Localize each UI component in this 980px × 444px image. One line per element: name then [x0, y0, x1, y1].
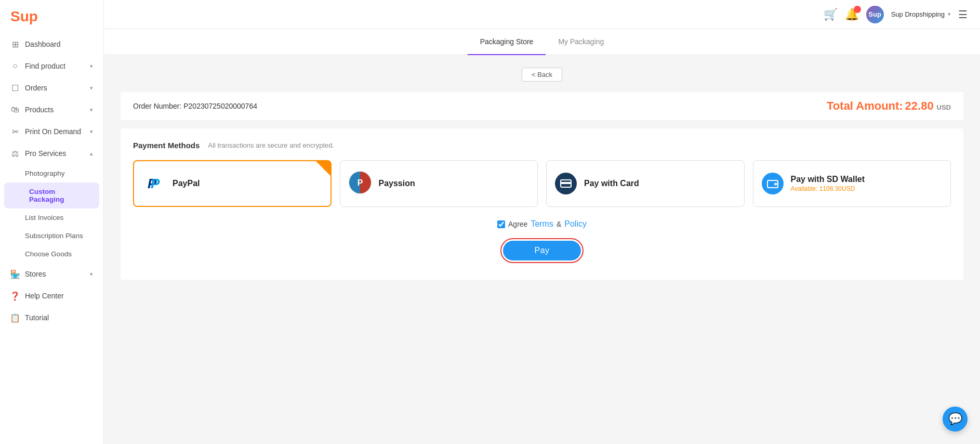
card-logo [555, 173, 577, 194]
payment-option-info-payssion: Payssion [379, 179, 415, 188]
chat-bubble[interactable]: 💬 [943, 407, 968, 432]
total-amount: Total Amount: 22.80 USD [827, 99, 951, 113]
products-icon: 🛍 [10, 105, 20, 114]
agree-text: Agree [508, 220, 527, 228]
sidebar-label-help-center: Help Center [25, 292, 64, 300]
sidebar-label-products: Products [25, 106, 54, 114]
payment-secure-text: All transactions are secure and encrypte… [208, 141, 334, 149]
chevron-down-icon: ▾ [90, 85, 93, 92]
order-info-bar: Order Number: P20230725020000764 Total A… [121, 92, 963, 120]
sidebar-label-dashboard: Dashboard [25, 40, 61, 48]
back-button-wrap: < Back [121, 68, 963, 82]
svg-text:P: P [357, 178, 363, 187]
payment-option-payssion[interactable]: P Payssion [340, 160, 538, 207]
sidebar-item-products[interactable]: 🛍 Products ▾ [0, 99, 103, 121]
sidebar-label-orders: Orders [25, 84, 47, 92]
back-button[interactable]: < Back [522, 68, 562, 82]
sidebar-item-orders[interactable]: ☐ Orders ▾ [0, 77, 103, 99]
svg-rect-8 [774, 182, 778, 186]
order-number: Order Number: P20230725020000764 [133, 102, 257, 110]
notification-button[interactable]: 🔔 [845, 8, 859, 21]
and-text: & [557, 220, 561, 228]
sidebar-nav: ⊞ Dashboard ○ Find product ▾ ☐ Orders ▾ … [0, 33, 103, 444]
help-icon: ❓ [10, 291, 20, 301]
sidebar-item-pro-services[interactable]: ⚖ Pro Services ▴ [0, 142, 103, 164]
sidebar-item-choose-goods[interactable]: Choose Goods [0, 245, 103, 263]
agree-row: Agree Terms & Policy [133, 219, 951, 229]
orders-icon: ☐ [10, 83, 20, 93]
custom-packaging-label: Custom Packaging [29, 188, 64, 203]
pro-services-icon: ⚖ [10, 149, 20, 158]
selected-corner-icon [316, 161, 330, 176]
chevron-down-icon: ▾ [90, 107, 93, 113]
card-name: Pay with Card [584, 179, 639, 188]
policy-link[interactable]: Policy [564, 219, 587, 229]
payment-option-info-wallet: Pay with SD Wallet Available: 1108.30USD [791, 175, 865, 192]
payssion-logo: P [349, 171, 372, 196]
chat-icon: 💬 [948, 412, 962, 426]
header: 🛒 🔔 Sup Sup Dropshipping ▾ ☰ [104, 0, 980, 29]
sidebar-item-photography[interactable]: Photography [0, 164, 103, 182]
sidebar-item-help-center[interactable]: ❓ Help Center [0, 285, 103, 307]
total-value: 22.80 [905, 99, 934, 112]
sidebar: Sup ⊞ Dashboard ○ Find product ▾ ☐ Order… [0, 0, 104, 444]
print-icon: ✂ [10, 127, 20, 136]
currency: USD [937, 103, 951, 111]
svg-rect-6 [561, 182, 571, 184]
payment-methods-grid: P P PayPal [133, 160, 951, 207]
subscription-plans-label: Subscription Plans [25, 232, 83, 240]
payment-option-card[interactable]: Pay with Card [546, 160, 745, 207]
svg-text:P: P [151, 176, 160, 191]
payment-option-info: PayPal [173, 179, 200, 188]
sidebar-item-print-on-demand[interactable]: ✂ Print On Demand ▾ [0, 121, 103, 142]
sidebar-item-find-product[interactable]: ○ Find product ▾ [0, 55, 103, 77]
sidebar-logo-area: Sup [0, 0, 103, 33]
chevron-down-icon: ▾ [90, 63, 93, 70]
tab-packaging-store[interactable]: Packaging Store [468, 29, 546, 55]
payment-option-info-card: Pay with Card [584, 179, 639, 188]
user-dropdown-arrow: ▾ [948, 11, 951, 18]
main-content: 🛒 🔔 Sup Sup Dropshipping ▾ ☰ Packaging S… [104, 0, 980, 444]
app-logo: Sup [10, 8, 38, 25]
sidebar-item-dashboard[interactable]: ⊞ Dashboard [0, 33, 103, 55]
user-info[interactable]: Sup Dropshipping ▾ [891, 10, 951, 18]
sidebar-label-pro-services: Pro Services [25, 149, 66, 158]
avatar: Sup [866, 6, 884, 23]
cart-button[interactable]: 🛒 [824, 8, 838, 21]
payment-header: Payment Methods All transactions are sec… [133, 141, 951, 150]
pay-button[interactable]: Pay [503, 241, 580, 260]
payment-option-wallet[interactable]: Pay with SD Wallet Available: 1108.30USD [753, 160, 951, 207]
sidebar-item-list-invoices[interactable]: List Invoices [0, 208, 103, 227]
payment-title: Payment Methods [133, 141, 200, 150]
agree-checkbox[interactable] [497, 220, 505, 228]
terms-link[interactable]: Terms [531, 219, 553, 229]
wallet-name: Pay with SD Wallet [791, 175, 865, 184]
sidebar-item-tutorial[interactable]: 📋 Tutorial [0, 307, 103, 329]
user-name: Sup Dropshipping [891, 10, 945, 18]
sidebar-label-find-product: Find product [25, 62, 65, 70]
list-invoices-label: List Invoices [25, 214, 63, 221]
sidebar-label-stores: Stores [25, 270, 46, 278]
payment-option-paypal[interactable]: P P PayPal [133, 160, 332, 207]
photography-label: Photography [25, 169, 65, 177]
chevron-down-icon: ▾ [90, 128, 93, 135]
pay-button-wrap: Pay [133, 238, 951, 263]
sidebar-item-stores[interactable]: 🏪 Stores ▾ [0, 263, 103, 285]
paypal-svg: P P [143, 173, 164, 194]
dashboard-icon: ⊞ [10, 40, 20, 49]
payment-panel: Payment Methods All transactions are sec… [121, 128, 963, 280]
paypal-logo: P P [142, 172, 165, 195]
paypal-name: PayPal [173, 179, 200, 188]
chevron-up-icon: ▴ [90, 150, 93, 157]
tab-my-packaging[interactable]: My Packaging [546, 29, 616, 55]
sidebar-item-custom-packaging[interactable]: Custom Packaging [4, 182, 99, 208]
hamburger-button[interactable]: ☰ [958, 8, 968, 21]
stores-icon: 🏪 [10, 269, 20, 279]
content-area: < Back Order Number: P20230725020000764 … [104, 55, 980, 444]
tutorial-icon: 📋 [10, 313, 20, 322]
page-tabs: Packaging Store My Packaging [104, 29, 980, 55]
payssion-name: Payssion [379, 179, 415, 188]
sidebar-item-subscription-plans[interactable]: Subscription Plans [0, 227, 103, 245]
find-product-icon: ○ [10, 61, 20, 71]
notification-badge [854, 6, 861, 13]
